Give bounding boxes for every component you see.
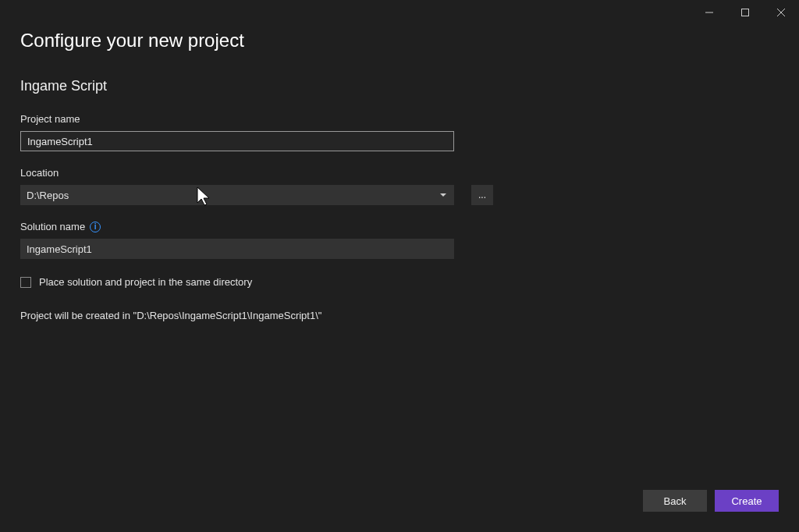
browse-button[interactable]: ... [471,185,493,205]
minimize-button[interactable] [691,0,727,25]
location-dropdown[interactable]: D:\Repos [20,185,454,205]
create-button[interactable]: Create [715,490,779,512]
solution-name-label-text: Solution name [20,221,85,232]
template-name: Ingame Script [20,78,779,94]
content-area: Configure your new project Ingame Script… [0,30,799,321]
close-icon [777,9,785,16]
close-button[interactable] [763,0,799,25]
same-directory-label: Place solution and project in the same d… [39,276,252,288]
chevron-down-icon [440,193,446,197]
solution-name-input[interactable] [20,239,454,259]
solution-name-label: Solution name i [20,221,779,232]
maximize-button[interactable] [727,0,763,25]
location-value: D:\Repos [27,190,69,201]
same-directory-row: Place solution and project in the same d… [20,276,779,288]
info-icon[interactable]: i [90,222,101,232]
location-label: Location [20,167,779,179]
svg-rect-1 [742,9,749,16]
same-directory-checkbox[interactable] [20,277,31,288]
back-button[interactable]: Back [643,490,707,512]
titlebar [0,0,799,25]
maximize-icon [741,9,749,16]
minimize-icon [705,9,713,16]
path-info: Project will be created in "D:\Repos\Ing… [20,310,779,321]
project-name-input[interactable] [20,131,454,151]
footer: Back Create [643,490,779,512]
project-name-label: Project name [20,113,779,125]
page-title: Configure your new project [20,30,779,51]
